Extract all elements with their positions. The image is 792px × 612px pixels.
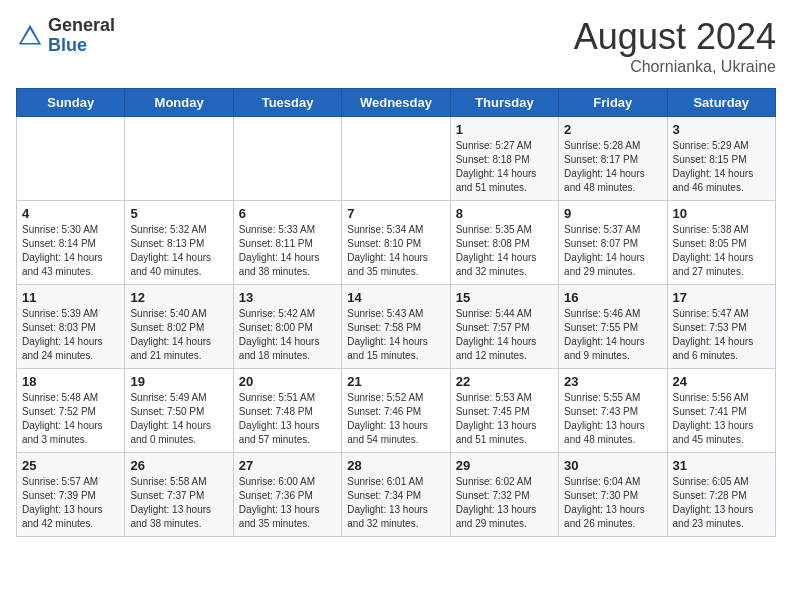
- day-info: Sunrise: 5:46 AMSunset: 7:55 PMDaylight:…: [564, 307, 661, 363]
- day-number: 1: [456, 122, 553, 137]
- calendar-day-15: 15Sunrise: 5:44 AMSunset: 7:57 PMDayligh…: [450, 285, 558, 369]
- day-number: 3: [673, 122, 770, 137]
- calendar-day-11: 11Sunrise: 5:39 AMSunset: 8:03 PMDayligh…: [17, 285, 125, 369]
- day-info: Sunrise: 5:56 AMSunset: 7:41 PMDaylight:…: [673, 391, 770, 447]
- day-info: Sunrise: 6:04 AMSunset: 7:30 PMDaylight:…: [564, 475, 661, 531]
- day-number: 21: [347, 374, 444, 389]
- calendar-day-4: 4Sunrise: 5:30 AMSunset: 8:14 PMDaylight…: [17, 201, 125, 285]
- weekday-header-friday: Friday: [559, 89, 667, 117]
- day-info: Sunrise: 5:42 AMSunset: 8:00 PMDaylight:…: [239, 307, 336, 363]
- day-info: Sunrise: 5:38 AMSunset: 8:05 PMDaylight:…: [673, 223, 770, 279]
- calendar-week-row: 18Sunrise: 5:48 AMSunset: 7:52 PMDayligh…: [17, 369, 776, 453]
- day-info: Sunrise: 6:00 AMSunset: 7:36 PMDaylight:…: [239, 475, 336, 531]
- logo-icon: [16, 22, 44, 50]
- calendar-day-27: 27Sunrise: 6:00 AMSunset: 7:36 PMDayligh…: [233, 453, 341, 537]
- day-number: 31: [673, 458, 770, 473]
- calendar-day-20: 20Sunrise: 5:51 AMSunset: 7:48 PMDayligh…: [233, 369, 341, 453]
- calendar-day-30: 30Sunrise: 6:04 AMSunset: 7:30 PMDayligh…: [559, 453, 667, 537]
- calendar-day-9: 9Sunrise: 5:37 AMSunset: 8:07 PMDaylight…: [559, 201, 667, 285]
- weekday-header-tuesday: Tuesday: [233, 89, 341, 117]
- weekday-header-saturday: Saturday: [667, 89, 775, 117]
- calendar-day-19: 19Sunrise: 5:49 AMSunset: 7:50 PMDayligh…: [125, 369, 233, 453]
- calendar-empty-cell: [342, 117, 450, 201]
- day-info: Sunrise: 5:52 AMSunset: 7:46 PMDaylight:…: [347, 391, 444, 447]
- calendar-week-row: 4Sunrise: 5:30 AMSunset: 8:14 PMDaylight…: [17, 201, 776, 285]
- calendar-week-row: 25Sunrise: 5:57 AMSunset: 7:39 PMDayligh…: [17, 453, 776, 537]
- day-number: 15: [456, 290, 553, 305]
- day-info: Sunrise: 5:39 AMSunset: 8:03 PMDaylight:…: [22, 307, 119, 363]
- day-info: Sunrise: 5:29 AMSunset: 8:15 PMDaylight:…: [673, 139, 770, 195]
- day-number: 25: [22, 458, 119, 473]
- day-number: 28: [347, 458, 444, 473]
- calendar-day-21: 21Sunrise: 5:52 AMSunset: 7:46 PMDayligh…: [342, 369, 450, 453]
- calendar-day-6: 6Sunrise: 5:33 AMSunset: 8:11 PMDaylight…: [233, 201, 341, 285]
- calendar-day-1: 1Sunrise: 5:27 AMSunset: 8:18 PMDaylight…: [450, 117, 558, 201]
- day-number: 23: [564, 374, 661, 389]
- day-info: Sunrise: 5:35 AMSunset: 8:08 PMDaylight:…: [456, 223, 553, 279]
- day-number: 14: [347, 290, 444, 305]
- day-number: 7: [347, 206, 444, 221]
- weekday-header-sunday: Sunday: [17, 89, 125, 117]
- calendar-day-31: 31Sunrise: 6:05 AMSunset: 7:28 PMDayligh…: [667, 453, 775, 537]
- day-info: Sunrise: 6:01 AMSunset: 7:34 PMDaylight:…: [347, 475, 444, 531]
- day-info: Sunrise: 5:43 AMSunset: 7:58 PMDaylight:…: [347, 307, 444, 363]
- calendar-empty-cell: [233, 117, 341, 201]
- calendar-day-8: 8Sunrise: 5:35 AMSunset: 8:08 PMDaylight…: [450, 201, 558, 285]
- calendar-day-16: 16Sunrise: 5:46 AMSunset: 7:55 PMDayligh…: [559, 285, 667, 369]
- day-info: Sunrise: 5:30 AMSunset: 8:14 PMDaylight:…: [22, 223, 119, 279]
- day-info: Sunrise: 5:37 AMSunset: 8:07 PMDaylight:…: [564, 223, 661, 279]
- page-header: General Blue August 2024 Chornianka, Ukr…: [16, 16, 776, 76]
- day-number: 18: [22, 374, 119, 389]
- day-info: Sunrise: 5:53 AMSunset: 7:45 PMDaylight:…: [456, 391, 553, 447]
- day-number: 9: [564, 206, 661, 221]
- calendar-day-24: 24Sunrise: 5:56 AMSunset: 7:41 PMDayligh…: [667, 369, 775, 453]
- calendar-day-29: 29Sunrise: 6:02 AMSunset: 7:32 PMDayligh…: [450, 453, 558, 537]
- day-info: Sunrise: 6:02 AMSunset: 7:32 PMDaylight:…: [456, 475, 553, 531]
- day-number: 11: [22, 290, 119, 305]
- calendar-week-row: 11Sunrise: 5:39 AMSunset: 8:03 PMDayligh…: [17, 285, 776, 369]
- calendar-day-13: 13Sunrise: 5:42 AMSunset: 8:00 PMDayligh…: [233, 285, 341, 369]
- day-number: 19: [130, 374, 227, 389]
- day-info: Sunrise: 5:34 AMSunset: 8:10 PMDaylight:…: [347, 223, 444, 279]
- day-number: 26: [130, 458, 227, 473]
- day-info: Sunrise: 5:55 AMSunset: 7:43 PMDaylight:…: [564, 391, 661, 447]
- day-number: 20: [239, 374, 336, 389]
- day-info: Sunrise: 5:58 AMSunset: 7:37 PMDaylight:…: [130, 475, 227, 531]
- day-number: 22: [456, 374, 553, 389]
- day-number: 5: [130, 206, 227, 221]
- month-year: August 2024: [574, 16, 776, 58]
- logo-text: General Blue: [48, 16, 115, 56]
- location: Chornianka, Ukraine: [574, 58, 776, 76]
- day-number: 4: [22, 206, 119, 221]
- calendar-day-26: 26Sunrise: 5:58 AMSunset: 7:37 PMDayligh…: [125, 453, 233, 537]
- weekday-header-monday: Monday: [125, 89, 233, 117]
- calendar-day-17: 17Sunrise: 5:47 AMSunset: 7:53 PMDayligh…: [667, 285, 775, 369]
- calendar-day-23: 23Sunrise: 5:55 AMSunset: 7:43 PMDayligh…: [559, 369, 667, 453]
- calendar-day-2: 2Sunrise: 5:28 AMSunset: 8:17 PMDaylight…: [559, 117, 667, 201]
- day-info: Sunrise: 5:44 AMSunset: 7:57 PMDaylight:…: [456, 307, 553, 363]
- day-number: 17: [673, 290, 770, 305]
- calendar-empty-cell: [17, 117, 125, 201]
- calendar-empty-cell: [125, 117, 233, 201]
- calendar-day-3: 3Sunrise: 5:29 AMSunset: 8:15 PMDaylight…: [667, 117, 775, 201]
- calendar-day-22: 22Sunrise: 5:53 AMSunset: 7:45 PMDayligh…: [450, 369, 558, 453]
- weekday-header-thursday: Thursday: [450, 89, 558, 117]
- calendar-day-18: 18Sunrise: 5:48 AMSunset: 7:52 PMDayligh…: [17, 369, 125, 453]
- day-number: 30: [564, 458, 661, 473]
- day-number: 24: [673, 374, 770, 389]
- day-info: Sunrise: 5:49 AMSunset: 7:50 PMDaylight:…: [130, 391, 227, 447]
- title-block: August 2024 Chornianka, Ukraine: [574, 16, 776, 76]
- calendar-day-10: 10Sunrise: 5:38 AMSunset: 8:05 PMDayligh…: [667, 201, 775, 285]
- calendar-day-14: 14Sunrise: 5:43 AMSunset: 7:58 PMDayligh…: [342, 285, 450, 369]
- day-number: 16: [564, 290, 661, 305]
- day-info: Sunrise: 5:32 AMSunset: 8:13 PMDaylight:…: [130, 223, 227, 279]
- day-info: Sunrise: 5:40 AMSunset: 8:02 PMDaylight:…: [130, 307, 227, 363]
- day-number: 13: [239, 290, 336, 305]
- calendar-table: SundayMondayTuesdayWednesdayThursdayFrid…: [16, 88, 776, 537]
- day-number: 10: [673, 206, 770, 221]
- logo: General Blue: [16, 16, 115, 56]
- calendar-day-7: 7Sunrise: 5:34 AMSunset: 8:10 PMDaylight…: [342, 201, 450, 285]
- day-info: Sunrise: 5:28 AMSunset: 8:17 PMDaylight:…: [564, 139, 661, 195]
- day-info: Sunrise: 5:47 AMSunset: 7:53 PMDaylight:…: [673, 307, 770, 363]
- day-number: 2: [564, 122, 661, 137]
